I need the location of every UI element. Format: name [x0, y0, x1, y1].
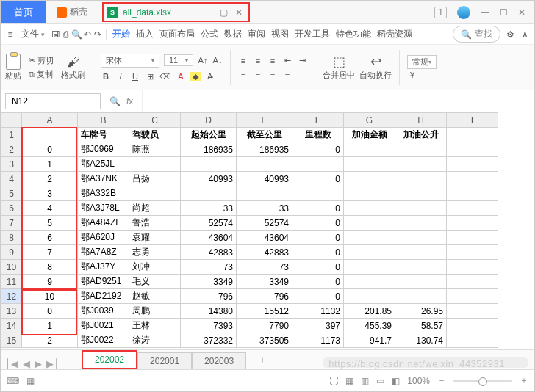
align-mid-icon[interactable]: ≡ — [253, 57, 263, 65]
tab-close-icon[interactable]: ✕ — [235, 7, 243, 18]
row-header[interactable]: 1 — [1, 128, 22, 142]
currency-icon[interactable]: ¥ — [407, 70, 417, 79]
settings-icon[interactable]: ⚙ — [505, 29, 515, 40]
view-normal-icon[interactable]: ▦ — [345, 376, 353, 386]
align-top-icon[interactable]: ≡ — [238, 57, 248, 65]
table-row[interactable]: 75鄂A484ZF鲁浩52574525740 — [1, 216, 498, 231]
view-extra-icon[interactable]: ◧ — [392, 376, 400, 386]
menu-special[interactable]: 特色功能 — [333, 29, 374, 40]
border-button[interactable]: ⊞ — [145, 72, 155, 81]
view-page-icon[interactable]: ▥ — [361, 376, 369, 386]
row-header[interactable]: 2 — [1, 142, 22, 157]
col-header[interactable]: B — [78, 113, 129, 128]
indent-dec-icon[interactable]: ⇤ — [282, 56, 292, 65]
font-select[interactable]: 宋体 — [101, 54, 159, 68]
merge-label[interactable]: 合并居中 — [323, 70, 355, 81]
row-header[interactable]: 9 — [1, 245, 22, 260]
qat-undo-icon[interactable]: ↶ — [82, 29, 93, 40]
font-color-button[interactable]: A — [176, 72, 186, 81]
table-row[interactable]: 31鄂A25JL — [1, 157, 498, 172]
col-header[interactable]: I — [447, 113, 498, 128]
menu-dev[interactable]: 开发工具 — [292, 29, 333, 40]
tab-present-icon[interactable]: ▢ — [220, 7, 228, 18]
row-header[interactable]: 10 — [1, 260, 22, 275]
fx-icon[interactable]: fx — [126, 96, 133, 106]
qat-save-icon[interactable]: 🖫 — [51, 29, 61, 40]
sheet-prev-icon[interactable]: ◀ — [23, 358, 30, 369]
menu-start[interactable]: 开始 — [109, 29, 133, 40]
col-header[interactable]: F — [292, 113, 344, 128]
table-row[interactable]: 1车牌号驾驶员起始公里截至公里里程数加油金额加油公升 — [1, 128, 498, 142]
table-row[interactable]: 64鄂A3J78L尚超33330 — [1, 201, 498, 216]
row-header[interactable]: 6 — [1, 201, 22, 216]
view-reading-icon[interactable]: ▭ — [376, 376, 384, 386]
menu-view[interactable]: 视图 — [268, 29, 292, 40]
menu-formula[interactable]: 公式 — [198, 29, 221, 40]
cut-button[interactable]: ✂剪切 — [26, 54, 57, 67]
col-header[interactable]: E — [237, 113, 292, 128]
table-row[interactable]: 152鄂J0022徐涛3723323735051173941.7130.74 — [1, 333, 498, 348]
row-header[interactable]: 4 — [1, 172, 22, 186]
wrap-label[interactable]: 自动换行 — [359, 70, 392, 81]
paste-icon[interactable] — [6, 54, 21, 70]
row-header[interactable]: 14 — [1, 319, 22, 333]
col-header[interactable]: D — [181, 113, 237, 128]
row-header[interactable]: 5 — [1, 186, 22, 201]
table-row[interactable]: 141鄂J0021王林73937790397455.3958.57 — [1, 319, 498, 333]
col-header[interactable]: C — [129, 113, 181, 128]
fill-color-button[interactable]: ◆ — [190, 72, 201, 81]
collapse-icon[interactable]: ∧ — [520, 29, 530, 40]
sheet-next-icon[interactable]: ▶ — [35, 358, 42, 369]
sheet-tab-active[interactable]: 202002 — [82, 350, 137, 369]
align-bot-icon[interactable]: ≡ — [268, 57, 278, 65]
fmt-painter-label[interactable]: 格式刷 — [61, 70, 85, 81]
copy-button[interactable]: ⧉复制 — [26, 68, 57, 81]
avatar[interactable] — [457, 6, 470, 19]
zoom-out-icon[interactable]: － — [437, 374, 446, 387]
bold-button[interactable]: B — [101, 72, 111, 81]
row-header[interactable]: 12 — [1, 289, 22, 304]
maximize-icon[interactable]: ☐ — [500, 7, 508, 18]
align-just-icon[interactable]: ≡ — [282, 70, 292, 79]
col-header[interactable] — [1, 113, 22, 128]
col-header[interactable]: G — [344, 113, 395, 128]
menu-data[interactable]: 数据 — [221, 29, 245, 40]
col-header[interactable]: H — [395, 113, 447, 128]
close-icon[interactable]: ✕ — [518, 7, 525, 18]
name-box[interactable] — [5, 93, 101, 109]
sheet-add-button[interactable]: ＋ — [246, 351, 279, 369]
menu-insert[interactable]: 插入 — [133, 29, 157, 40]
merge-icon[interactable]: ⬚ — [333, 54, 345, 70]
row-header[interactable]: 13 — [1, 304, 22, 319]
menu-resources[interactable]: 稻壳资源 — [374, 29, 415, 40]
table-row[interactable]: 130鄂J0039周鹏14380155121132201.8526.95 — [1, 304, 498, 319]
table-row[interactable]: 97鄂A7A8Z志勇42883428830 — [1, 245, 498, 260]
table-row[interactable]: 53鄂A332B — [1, 186, 498, 201]
align-left-icon[interactable]: ≡ — [238, 70, 248, 79]
erase-icon[interactable]: ⌫ — [159, 72, 171, 81]
menu-layout[interactable]: 页面布局 — [157, 29, 198, 40]
sheet-tab-2[interactable]: 202003 — [192, 352, 246, 369]
zoom-in-icon[interactable]: ＋ — [520, 374, 528, 387]
file-tab[interactable]: S all_data.xlsx ▢ ✕ — [102, 2, 250, 22]
menu-more-icon[interactable]: ≡ — [5, 29, 15, 40]
table-row[interactable]: 108鄂AJ37Y刘冲73730 — [1, 260, 498, 275]
italic-button[interactable]: I — [115, 72, 126, 81]
underline-button[interactable]: U — [130, 72, 140, 81]
menu-review[interactable]: 审阅 — [245, 29, 268, 40]
row-header[interactable]: 3 — [1, 157, 22, 172]
fmt-painter-icon[interactable]: 🖌 — [67, 54, 80, 70]
badge[interactable]: 1 — [434, 7, 447, 18]
qat-redo-icon[interactable]: ↷ — [93, 29, 103, 40]
table-row[interactable]: 42鄂A37NK吕扬40993409930 — [1, 172, 498, 186]
spreadsheet-grid[interactable]: ABCDEFGHI1车牌号驾驶员起始公里截至公里里程数加油金额加油公升20鄂J0… — [1, 112, 534, 359]
sheet-last-icon[interactable]: ▶│ — [46, 358, 60, 369]
table-row[interactable]: 20鄂J0969陈燕1869351869350 — [1, 142, 498, 157]
home-tab[interactable]: 首页 — [1, 1, 46, 23]
status-grid-icon[interactable]: ▦ — [26, 376, 35, 386]
sheet-first-icon[interactable]: │◀ — [5, 358, 18, 369]
number-format[interactable]: 常规 — [407, 55, 437, 69]
align-right-icon[interactable]: ≡ — [268, 70, 278, 79]
qat-print-icon[interactable]: ⎙ — [61, 29, 71, 40]
status-mode-icon[interactable]: ⌨ — [7, 376, 19, 386]
